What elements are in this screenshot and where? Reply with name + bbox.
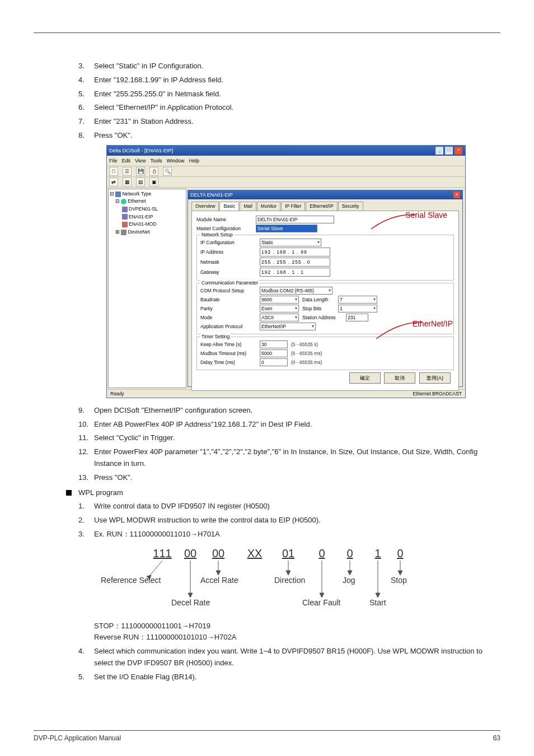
tab-ipfilter[interactable]: IP Filter [281, 202, 305, 211]
com-protocol-select[interactable]: Modbus COM2 (RS-485) [260, 287, 332, 295]
save-icon[interactable]: 💾 [136, 167, 145, 176]
menu-item[interactable]: View [135, 157, 146, 165]
step-text: Enter PowerFlex 40P parameter "1","4","2… [94, 446, 495, 470]
group-title: Timer Setting [200, 333, 231, 341]
step-text: Press "OK". [94, 472, 132, 484]
station-input[interactable]: 231 [346, 314, 368, 321]
step-num: 3. [78, 529, 94, 540]
datalen-label: Data Length [302, 296, 335, 304]
annotation-ethernetip: EtherNet/IP [413, 318, 453, 330]
tree-node[interactable]: ENA01-EIP [122, 213, 185, 221]
station-label: Station Address [302, 314, 343, 322]
tree-node[interactable]: DVPEN01-SL [122, 206, 185, 213]
section-wpl: WPL program [66, 487, 495, 499]
module-name-input[interactable]: DELTA ENA01-EIP [256, 216, 334, 223]
menu-item[interactable]: Window [166, 157, 184, 165]
datalen-select[interactable]: 7 [338, 296, 377, 304]
tree-node[interactable]: ENA01-MOD [122, 221, 185, 228]
dialog-close-button[interactable]: × [453, 192, 460, 198]
baud-select[interactable]: 9600 [260, 296, 299, 304]
apply-button[interactable]: 套用(A) [419, 372, 451, 384]
module-name-label: Module Name [196, 216, 252, 224]
print-icon[interactable]: ⎙ [149, 167, 158, 176]
search-icon[interactable]: 🔍 [163, 167, 172, 176]
tree-node[interactable]: ⊟ Ethernet [115, 198, 185, 206]
close-button[interactable]: × [454, 146, 463, 155]
annotation-serial-slave: Serial Slave [405, 209, 447, 221]
new-icon[interactable]: □ [109, 167, 118, 176]
menu-item[interactable]: Tools [150, 157, 162, 165]
delay-input[interactable]: 0 [260, 358, 288, 366]
minimize-button[interactable]: _ [435, 146, 444, 155]
gateway-label: Gateway [200, 269, 256, 277]
step-num: 5. [78, 88, 94, 100]
tab-monitor[interactable]: Monitor [257, 202, 280, 211]
open-icon[interactable]: ☰ [123, 167, 132, 176]
module-icon [122, 222, 128, 227]
tab-basic[interactable]: Basic [219, 202, 239, 211]
bit-group: 00 [212, 547, 224, 559]
bit-group: 0 [397, 547, 403, 559]
grid-icon[interactable]: ▦ [123, 178, 132, 186]
steps-list-wpl2: 4.Select which communication index you w… [78, 646, 495, 683]
keepalive-label: Keep Alive Time (s) [200, 341, 256, 349]
window-titlebar: Delta DCISoft - [ENA01-EIP] _ □ × [107, 146, 465, 156]
maximize-button[interactable]: □ [444, 146, 453, 155]
modbus-timeout-hint: (5 - 65535 ms) [291, 350, 322, 358]
tree-node[interactable]: ⊞ DeviceNet [115, 228, 185, 236]
tab-ethernetip[interactable]: Ethernet/IP [306, 202, 338, 211]
parity-select[interactable]: Even [260, 305, 299, 312]
square-bullet-icon [66, 490, 72, 496]
mode-label: Mode [200, 314, 256, 322]
keepalive-input[interactable]: 30 [260, 340, 288, 348]
svg-marker-7 [286, 571, 291, 575]
tab-mail[interactable]: Mail [240, 202, 256, 211]
tab-panel: Module Name DELTA ENA01-EIP Master Confi… [191, 211, 459, 391]
menu-item[interactable]: Help [189, 157, 199, 165]
dcisoft-screenshot: Delta DCISoft - [ENA01-EIP] _ □ × File E… [106, 145, 466, 398]
master-config-select[interactable]: Serial Slave [256, 225, 317, 232]
gateway-input[interactable]: 192 . 168 . 1 . 1 [260, 268, 330, 277]
window-title: Delta DCISoft - [ENA01-EIP] [109, 147, 173, 155]
step-num: 4. [78, 74, 94, 86]
bit-label: Reference Select [101, 576, 161, 585]
network-icon [115, 192, 121, 197]
app-protocol-label: Application Protocol [200, 323, 256, 331]
svg-marker-13 [376, 593, 380, 598]
step-text: Enter AB PowerFlex 40P IP Address"192.16… [94, 419, 312, 431]
view-icon[interactable]: ▣ [149, 178, 158, 186]
netmask-input[interactable]: 255 . 255 . 255 . 0 [260, 258, 330, 267]
tree-label: Ethernet [128, 198, 146, 204]
svg-marker-5 [216, 571, 221, 575]
ok-button[interactable]: 確定 [349, 372, 381, 384]
step-num: 11. [78, 432, 94, 444]
menu-item[interactable]: Edit [122, 157, 131, 165]
tree-root[interactable]: ⊟ Network Type [110, 190, 185, 198]
modbus-timeout-input[interactable]: 5000 [260, 349, 288, 357]
bit-label: Stop [391, 576, 407, 585]
connect-icon[interactable]: ⇄ [109, 178, 118, 186]
tab-overview[interactable]: Overview [191, 202, 219, 211]
ip-address-input[interactable]: 192 . 168 . 1 . 99 [260, 248, 330, 256]
status-left: Ready [110, 390, 124, 398]
step-text: Set the I/O Enable Flag (BR14). [94, 671, 197, 683]
stop-select[interactable]: 1 [338, 305, 377, 312]
menu-item[interactable]: File [109, 157, 118, 165]
sheet-icon[interactable]: ▤ [136, 178, 145, 186]
bit-group: XX [247, 547, 263, 559]
step-text: Select "Static" in IP Configuration. [94, 60, 203, 72]
step-num: 5. [78, 671, 94, 683]
tab-security[interactable]: Security [338, 202, 363, 211]
netmask-label: Netmask [200, 259, 256, 267]
ip-config-select[interactable]: Static [260, 239, 321, 246]
dialog-buttons: 確定 取消 套用(A) [196, 372, 451, 384]
keepalive-hint: (5 - 65535 s) [291, 341, 318, 349]
bit-label: Jog [343, 576, 355, 585]
app-protocol-select[interactable]: EtherNet/IP [260, 323, 316, 330]
step-text: Press "OK". [94, 130, 132, 142]
cancel-button[interactable]: 取消 [384, 372, 415, 384]
mode-select[interactable]: ASCII [260, 314, 299, 321]
footer-left: DVP-PLC Application Manual [34, 733, 121, 744]
bit-label: Accel Rate [200, 576, 238, 585]
bit-group: 0 [318, 547, 325, 559]
